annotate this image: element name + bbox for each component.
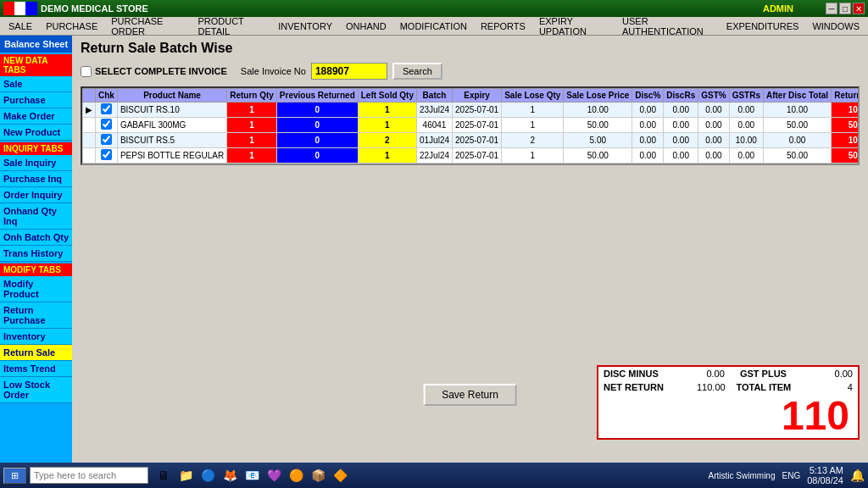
- sidebar-item-onhand-qty[interactable]: Onhand Qty Inq: [0, 203, 72, 230]
- sidebar-item-onh-batch[interactable]: Onh Batch Qty: [0, 230, 72, 246]
- gst-plus-value: 0.00: [802, 369, 853, 379]
- row-gst-pct: 0.00: [698, 118, 729, 133]
- col-gst-rs: GSTRs: [729, 89, 763, 103]
- row-sale-lose-qty: 2: [502, 133, 564, 148]
- inquiry-tabs-label: INQUIRY TABS: [0, 142, 72, 155]
- row-sale-lose-qty: 1: [502, 148, 564, 164]
- start-button[interactable]: ⊞: [3, 468, 26, 484]
- page-title: Return Sale Batch Wise: [81, 41, 860, 56]
- menu-reports[interactable]: REPORTS: [474, 19, 532, 33]
- sidebar-item-low-stock[interactable]: Low Stock Order: [0, 377, 72, 403]
- col-disc-rs: DiscRs: [664, 89, 698, 103]
- sidebar-item-make-order[interactable]: Make Order: [0, 108, 72, 125]
- taskbar-time: 5:13 AM 08/08/24: [807, 465, 843, 485]
- new-data-tabs-label: NEW DATA TABS: [0, 54, 72, 76]
- sidebar-item-items-trend[interactable]: Items Trend: [0, 361, 72, 377]
- minimize-button[interactable]: ─: [826, 3, 837, 14]
- sidebar-item-purchase-inq[interactable]: Purchase Inq: [0, 171, 72, 187]
- taskbar-icon-3[interactable]: 🔵: [199, 467, 216, 484]
- sidebar-item-purchase[interactable]: Purchase: [0, 92, 72, 108]
- row-return-qty: 1: [227, 118, 277, 133]
- row-return-total: 50.00: [832, 148, 860, 164]
- menu-expenditures[interactable]: EXPENDITURES: [720, 19, 806, 33]
- sidebar-item-trans-history[interactable]: Trans History: [0, 246, 72, 262]
- col-chk: Chk: [96, 89, 118, 103]
- search-button[interactable]: Search: [392, 63, 442, 80]
- sidebar-item-return-purchase[interactable]: Return Purchase: [0, 302, 72, 329]
- row-checkbox[interactable]: [101, 103, 112, 114]
- taskbar-icon-7[interactable]: 🟠: [287, 467, 304, 484]
- sidebar-item-modify-product[interactable]: Modify Product: [0, 276, 72, 302]
- gst-plus-label: GST PLUS: [740, 369, 787, 379]
- taskbar-icon-8[interactable]: 📦: [309, 467, 326, 484]
- sidebar: Balance Sheet NEW DATA TABS Sale Purchas…: [0, 36, 72, 469]
- taskbar-icon-4[interactable]: 🦊: [221, 467, 238, 484]
- taskbar-icon-5[interactable]: 📧: [243, 467, 260, 484]
- sidebar-item-order-inquiry[interactable]: Order Inquiry: [0, 187, 72, 203]
- menu-bar: SALE PURCHASE PURCHASE ORDER PRODUCT DET…: [0, 17, 868, 36]
- row-indicator: ▶: [83, 103, 96, 118]
- sidebar-item-new-product[interactable]: New Product: [0, 125, 72, 141]
- row-gst-rs: 0.00: [729, 148, 763, 164]
- app-logo: [3, 2, 37, 15]
- menu-onhand[interactable]: ONHAND: [339, 19, 393, 33]
- invoice-number-input[interactable]: [311, 63, 387, 80]
- content-area: Return Sale Batch Wise SELECT COMPLETE I…: [72, 36, 868, 469]
- save-return-button[interactable]: Save Return: [423, 384, 517, 406]
- row-checkbox[interactable]: [101, 119, 112, 130]
- row-checkbox[interactable]: [101, 149, 112, 160]
- menu-product-detail[interactable]: PRODUCT DETAIL: [191, 14, 271, 38]
- taskbar: ⊞ 🖥 📁 🔵 🦊 📧 💜 🟠 📦 🔶 Artistic Swimming EN…: [0, 463, 868, 488]
- col-sale-lose-price: Sale Lose Price: [564, 89, 632, 103]
- menu-modification[interactable]: MODIFICATION: [393, 19, 474, 33]
- row-left-sold-qty: 1: [358, 118, 416, 133]
- col-prev-returned: Previous Returned: [276, 89, 358, 103]
- close-button[interactable]: ✕: [853, 3, 865, 14]
- menu-windows[interactable]: WINDOWS: [805, 19, 866, 33]
- taskbar-notifications[interactable]: 🔔: [850, 469, 865, 482]
- net-return-label: NET RETURN: [604, 382, 664, 392]
- menu-sale[interactable]: SALE: [2, 19, 39, 33]
- row-product-name: BISCUIT RS.5: [117, 133, 226, 148]
- taskbar-icon-2[interactable]: 📁: [177, 467, 194, 484]
- taskbar-search-input[interactable]: [30, 467, 148, 484]
- maximize-button[interactable]: □: [839, 3, 851, 14]
- sidebar-item-sale-inquiry[interactable]: Sale Inquiry: [0, 155, 72, 171]
- sidebar-header[interactable]: Balance Sheet: [0, 36, 72, 53]
- row-expiry: 2025-07-01: [453, 148, 502, 164]
- col-sale-lose-qty: Sale Lose Qty: [502, 89, 564, 103]
- row-sale-lose-qty: 1: [502, 103, 564, 118]
- row-return-qty: 1: [227, 103, 277, 118]
- row-checkbox-cell[interactable]: [96, 118, 118, 133]
- row-checkbox-cell[interactable]: [96, 148, 118, 164]
- menu-inventory[interactable]: INVENTORY: [271, 19, 339, 33]
- sidebar-item-inventory[interactable]: Inventory: [0, 329, 72, 345]
- row-batch: 23Jul24: [417, 103, 453, 118]
- select-invoice-label[interactable]: SELECT COMPLETE INVOICE: [81, 66, 227, 77]
- menu-expiry-updation[interactable]: EXPIRY UPDATION: [532, 14, 615, 38]
- row-gst-rs: 10.00: [729, 133, 763, 148]
- row-checkbox-cell[interactable]: [96, 103, 118, 118]
- taskbar-icon-1[interactable]: 🖥: [155, 467, 172, 484]
- sidebar-item-return-sale[interactable]: Return Sale: [0, 345, 72, 361]
- net-return-value: 110.00: [675, 382, 726, 392]
- row-return-total: 10.00: [832, 103, 860, 118]
- taskbar-icon-9[interactable]: 🔶: [331, 467, 348, 484]
- col-return-total: Return Total: [832, 89, 860, 103]
- row-disc-rs: 0.00: [664, 133, 698, 148]
- row-product-name: BISCUIT RS.10: [117, 103, 226, 118]
- select-complete-invoice-checkbox[interactable]: [81, 66, 92, 77]
- menu-purchase-order[interactable]: PURCHASE ORDER: [104, 14, 191, 38]
- top-controls: SELECT COMPLETE INVOICE Sale Invoice No …: [81, 63, 860, 80]
- taskbar-activity: Artistic Swimming: [709, 471, 776, 480]
- taskbar-icon-6[interactable]: 💜: [265, 467, 282, 484]
- row-checkbox[interactable]: [101, 134, 112, 145]
- summary-net-row: NET RETURN 110.00 TOTAL ITEM 4: [598, 380, 858, 394]
- sidebar-item-sale[interactable]: Sale: [0, 76, 72, 92]
- menu-user-auth[interactable]: USER AUTHENTICATION: [615, 14, 720, 38]
- row-sale-lose-price: 50.00: [564, 148, 632, 164]
- menu-purchase[interactable]: PURCHASE: [39, 19, 104, 33]
- admin-label: ADMIN: [763, 3, 793, 14]
- row-batch: 22Jul24: [417, 148, 453, 164]
- row-checkbox-cell[interactable]: [96, 133, 118, 148]
